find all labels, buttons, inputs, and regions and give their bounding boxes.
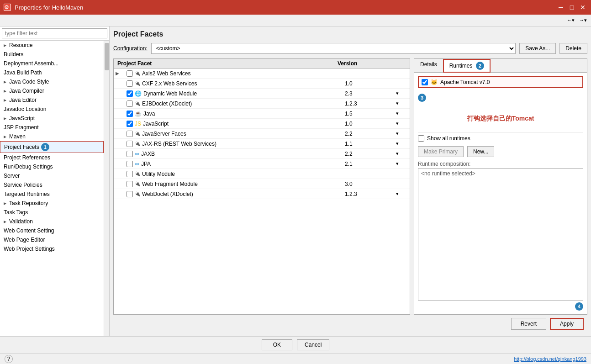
show-all-runtimes-checkbox[interactable] bbox=[418, 135, 424, 142]
sidebar-item-java-editor[interactable]: Java Editor bbox=[0, 95, 104, 105]
sidebar-item-validation[interactable]: Validation bbox=[0, 217, 104, 226]
version-dropdown-jaxb[interactable]: ▾ bbox=[396, 151, 410, 157]
sidebar-item-java-compiler[interactable]: Java Compiler bbox=[0, 86, 104, 95]
table-row: 🔌 JAX-RS (REST Web Services) 1.1 ▾ bbox=[114, 139, 410, 149]
sidebar-item-task-repository[interactable]: Task Repository bbox=[0, 199, 104, 208]
badge-1: 1 bbox=[41, 143, 49, 151]
sidebar-item-javadoc-location[interactable]: Javadoc Location bbox=[0, 105, 104, 114]
sidebar-item-jsp-fragment[interactable]: JSP Fragment bbox=[0, 123, 104, 132]
facets-table: Project Facet Version ▶ 🔌 Axis2 Web Serv… bbox=[113, 58, 410, 315]
config-select[interactable]: <custom> bbox=[151, 43, 516, 54]
sidebar-item-java-build-path[interactable]: Java Build Path bbox=[0, 68, 104, 77]
facet-checkbox-javascript[interactable] bbox=[127, 121, 133, 127]
sidebar-item-deployment-assembly[interactable]: Deployment Assemb... bbox=[0, 59, 104, 68]
tab-details[interactable]: Details bbox=[414, 59, 443, 72]
version-dropdown-jaxrs[interactable]: ▾ bbox=[396, 141, 410, 147]
help-icon[interactable]: ? bbox=[5, 355, 13, 363]
sidebar-item-java-code-style[interactable]: Java Code Style bbox=[0, 77, 104, 86]
table-row: 🔌 WebDoclet (XDoclet) 1.2.3 ▾ bbox=[114, 189, 410, 199]
sidebar-item-run-debug-settings[interactable]: Run/Debug Settings bbox=[0, 162, 104, 171]
runtime-checkbox-tomcat[interactable] bbox=[422, 79, 428, 85]
facet-checkbox-jaxrs[interactable] bbox=[127, 141, 133, 147]
status-link[interactable]: http://blog.csdn.net/qinkang1993 bbox=[514, 356, 586, 362]
version-dropdown-dynamic-web[interactable]: ▾ bbox=[396, 90, 410, 96]
sidebar-item-web-project-settings[interactable]: Web Project Settings bbox=[0, 244, 104, 253]
sidebar-item-label: Run/Debug Settings bbox=[4, 164, 53, 170]
sidebar-item-label: JSP Fragment bbox=[4, 124, 38, 131]
version-dropdown-java[interactable]: ▾ bbox=[396, 111, 410, 116]
tab-runtimes[interactable]: Runtimes 2 bbox=[443, 59, 491, 73]
facet-name: JAXB bbox=[141, 151, 155, 157]
close-button[interactable]: ✕ bbox=[578, 3, 587, 12]
ok-button[interactable]: OK bbox=[262, 339, 292, 350]
scroll-thumb[interactable] bbox=[105, 43, 109, 70]
table-row: 🔌 Utility Module bbox=[114, 169, 410, 179]
toolbar: ←▾ →▾ bbox=[0, 15, 591, 26]
search-input[interactable] bbox=[2, 28, 107, 38]
sidebar-item-javascript[interactable]: JavaScript bbox=[0, 114, 104, 123]
sidebar-item-web-page-editor[interactable]: Web Page Editor bbox=[0, 235, 104, 244]
runtime-item-tomcat: 🐱 Apache Tomcat v7.0 bbox=[418, 76, 583, 88]
sidebar-scrollbar[interactable] bbox=[104, 41, 109, 336]
facet-version: 2.2 bbox=[341, 131, 396, 137]
facet-checkbox-cxf[interactable] bbox=[127, 80, 133, 87]
sidebar-item-project-references[interactable]: Project References bbox=[0, 153, 104, 162]
version-dropdown-jsf[interactable]: ▾ bbox=[396, 131, 410, 137]
annotation-text: 打钩选择自己的Tomcat bbox=[418, 115, 583, 123]
facet-checkbox-java[interactable] bbox=[127, 111, 133, 117]
sidebar-item-label: Validation bbox=[9, 218, 33, 225]
facet-name-cell: 🔌 CXF 2.x Web Services bbox=[135, 80, 341, 87]
sidebar-item-label: Java Build Path bbox=[4, 69, 42, 76]
sidebar-item-project-facets[interactable]: Project Facets 1 bbox=[0, 141, 104, 153]
runtime-composition-value: <no runtime selected> bbox=[421, 170, 475, 177]
restore-button[interactable]: □ bbox=[567, 3, 576, 12]
facet-checkbox-web-fragment[interactable] bbox=[127, 181, 133, 187]
facet-name-cell: 🔌 WebDoclet (XDoclet) bbox=[135, 191, 341, 197]
facet-checkbox-dynamic-web[interactable] bbox=[127, 90, 133, 97]
version-dropdown-jpa[interactable]: ▾ bbox=[396, 161, 410, 167]
forward-button[interactable]: →▾ bbox=[577, 16, 589, 24]
col-dropdown bbox=[392, 60, 406, 67]
cancel-button[interactable]: Cancel bbox=[297, 339, 329, 350]
table-row: 🔌 EJBDoclet (XDoclet) 1.2.3 ▾ bbox=[114, 99, 410, 109]
facet-checkbox-jaxb[interactable] bbox=[127, 151, 133, 157]
ok-cancel-row: 5 OK Cancel bbox=[0, 336, 591, 353]
sidebar-item-task-tags[interactable]: Task Tags bbox=[0, 208, 104, 217]
minimize-button[interactable]: ─ bbox=[556, 3, 565, 12]
version-dropdown-ejb[interactable]: ▾ bbox=[396, 100, 410, 106]
sidebar-item-label: Targeted Runtimes bbox=[4, 191, 50, 197]
runtime-composition-box: <no runtime selected> bbox=[418, 168, 583, 301]
delete-button[interactable]: Delete bbox=[559, 43, 587, 54]
facet-name-cell: 🔌 Web Fragment Module bbox=[135, 181, 341, 187]
sidebar-item-resource[interactable]: Resource bbox=[0, 41, 104, 50]
facet-checkbox-jsf[interactable] bbox=[127, 131, 133, 137]
facet-name: Axis2 Web Services bbox=[142, 70, 190, 77]
sidebar-item-builders[interactable]: Builders bbox=[0, 50, 104, 59]
facet-version: 1.5 bbox=[341, 111, 396, 117]
sidebar: Resource Builders Deployment Assemb... J… bbox=[0, 26, 110, 336]
facet-checkbox-webdoclet[interactable] bbox=[127, 191, 133, 197]
facet-checkbox-utility[interactable] bbox=[127, 171, 133, 177]
sidebar-item-targeted-runtimes[interactable]: Targeted Runtimes bbox=[0, 190, 104, 199]
version-dropdown-webdoclet[interactable]: ▾ bbox=[396, 191, 410, 197]
facet-version: 3.0 bbox=[341, 181, 396, 187]
tab-content-runtimes: 🐱 Apache Tomcat v7.0 3 打钩选择自己的Tomcat bbox=[414, 73, 587, 314]
new-runtime-button[interactable]: New... bbox=[467, 146, 494, 157]
facet-checkbox-ejbdoclet[interactable] bbox=[127, 100, 133, 107]
make-primary-button[interactable]: Make Primary bbox=[418, 146, 464, 157]
save-as-button[interactable]: Save As... bbox=[519, 43, 556, 54]
sidebar-item-web-content-setting[interactable]: Web Content Setting bbox=[0, 226, 104, 235]
plugin-icon: 🔌 bbox=[135, 181, 140, 186]
facet-name-cell: 🔌 EJBDoclet (XDoclet) bbox=[135, 100, 341, 107]
title-bar: ⚙ Properties for HelloMaven ─ □ ✕ bbox=[0, 0, 591, 15]
sidebar-item-service-policies[interactable]: Service Policies bbox=[0, 180, 104, 190]
sidebar-item-server[interactable]: Server bbox=[0, 171, 104, 180]
facet-checkbox-jpa[interactable] bbox=[127, 161, 133, 167]
apply-button[interactable]: Apply bbox=[550, 318, 584, 330]
back-button[interactable]: ←▾ bbox=[565, 16, 577, 24]
facet-name: Java bbox=[143, 111, 155, 117]
sidebar-item-maven[interactable]: Maven bbox=[0, 132, 104, 141]
version-dropdown-js[interactable]: ▾ bbox=[396, 121, 410, 127]
facet-checkbox-axis2[interactable] bbox=[127, 70, 133, 77]
revert-button[interactable]: Revert bbox=[511, 318, 546, 330]
